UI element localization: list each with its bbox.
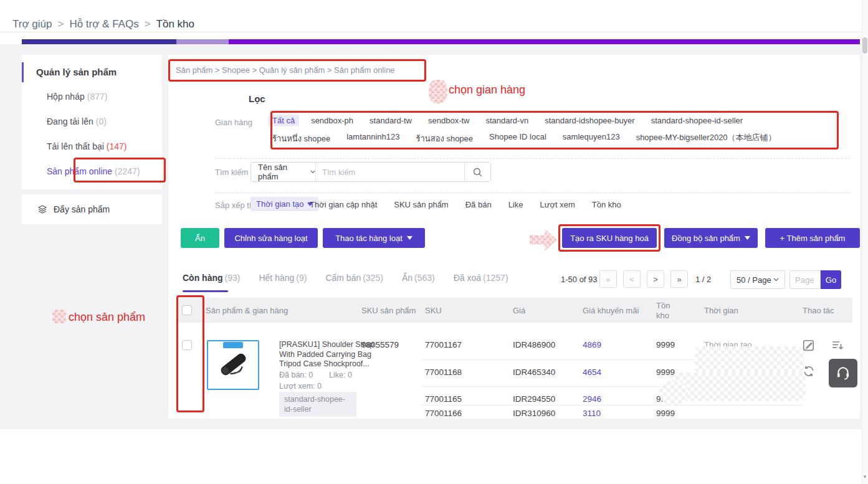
scrollbar-down-arrow[interactable]: ▾ (862, 473, 867, 480)
store-option[interactable]: ร้านหนึ่ง shopee (272, 132, 330, 145)
search-type-value: Tên sản phẩm (258, 163, 306, 181)
store-option[interactable]: samlequyen123 (563, 132, 620, 145)
sort-option[interactable]: Thời gian cập nhật (310, 200, 377, 209)
pagination-last-button[interactable]: » (670, 270, 688, 288)
add-product-button[interactable]: + Thêm sản phẩm (765, 228, 860, 248)
tab-count: (93) (225, 273, 241, 283)
sidebar-item-label: Tải lên thất bại (47, 141, 104, 151)
scrollbar-track[interactable] (862, 0, 868, 484)
row-checkbox[interactable] (182, 340, 192, 350)
variant-stock: 9999 (656, 340, 675, 349)
sidebar-item-drafts[interactable]: Hộp nháp(877) (47, 92, 107, 102)
sidebar-item-count: (0) (96, 116, 107, 126)
tab-count: (325) (363, 273, 383, 283)
store-option[interactable]: lamtanninh123 (346, 132, 399, 145)
product-image[interactable] (207, 340, 259, 390)
variant-price: IDR310960 (513, 409, 555, 418)
tab-con-hang[interactable]: Còn hàng(93) (183, 273, 240, 283)
store-option[interactable]: sendbox-tw (428, 116, 469, 125)
store-option[interactable]: standard-tw (370, 116, 412, 125)
sidebar-item-upload-failed[interactable]: Tải lên thất bại(147) (47, 141, 127, 151)
pagination-next-button[interactable]: > (647, 270, 664, 288)
product-views: Lượt xem: 0 (279, 382, 322, 391)
tab-count: (563) (414, 273, 435, 283)
variant-sku: 77001168 (425, 368, 462, 377)
sort-option[interactable]: SKU sản phẩm (394, 200, 448, 209)
store-option[interactable]: standard-vn (485, 116, 528, 125)
annotation-product-text: chọn sản phẩm (69, 311, 145, 324)
sidebar-active-indicator (22, 62, 24, 82)
support-widget-button[interactable] (829, 359, 857, 387)
bulk-edit-button[interactable]: Chỉnh sửa hàng loạt (224, 228, 318, 248)
variant-promo-price[interactable]: 4869 (583, 340, 601, 349)
breadcrumb-separator: > (145, 18, 151, 30)
product-like: Like: 0 (329, 371, 352, 379)
sidebar-item-count: (147) (107, 141, 127, 151)
sidebar-item-count: (877) (87, 92, 108, 102)
tab-het-hang[interactable]: Hết hàng(9) (259, 273, 307, 283)
variant-price: IDR294550 (513, 394, 555, 404)
search-type-select[interactable]: Tên sản phẩm (251, 163, 316, 181)
tab-label: Hết hàng (259, 273, 294, 283)
sidebar-item-uploading[interactable]: Đang tải lên(0) (47, 116, 107, 126)
pagination-prev-button[interactable]: < (623, 270, 641, 288)
page-size-select[interactable]: 50 / Page (730, 270, 785, 289)
breadcrumb-help[interactable]: Trợ giúp (12, 18, 52, 30)
store-filter-row2: ร้านหนึ่ง shopee lamtanninh123 ร้านสอง s… (272, 132, 776, 145)
list-download-icon[interactable] (831, 339, 844, 351)
store-option[interactable]: ร้านสอง shopee (416, 132, 474, 145)
variant-promo-price[interactable]: 4654 (583, 368, 601, 377)
store-option[interactable]: standard-idshopee-buyer (545, 116, 635, 125)
page-go-button[interactable]: Go (821, 270, 841, 289)
variant-promo-price[interactable]: 2946 (583, 394, 601, 404)
column-header-parent-sku: SKU sản phẩm (361, 306, 416, 315)
page-jump-input[interactable] (789, 270, 821, 289)
variant-promo-price[interactable]: 3110 (583, 409, 601, 418)
scrollbar-thumb[interactable] (862, 37, 867, 54)
store-option-all[interactable]: Tất cả (268, 115, 299, 126)
sort-option[interactable]: Đã bán (465, 200, 492, 209)
store-option[interactable]: shopee-MY-bigseller2020（本地店铺） (636, 132, 776, 145)
sidebar-title[interactable]: Quản lý sản phẩm (36, 67, 117, 77)
sort-option[interactable]: Tồn kho (592, 200, 621, 209)
divider (215, 192, 850, 193)
module-breadcrumb[interactable]: Sản phẩm > Shopee > Quản lý sản phẩm > S… (176, 65, 395, 75)
sync-products-button[interactable]: Đồng bộ sản phẩm (664, 228, 758, 248)
column-header-product: Sản phẩm & gian hàng (206, 306, 288, 315)
edit-icon[interactable] (803, 339, 815, 351)
chevron-down-icon (310, 170, 315, 174)
filter-title: Lọc (249, 93, 265, 104)
variant-divider (421, 405, 803, 406)
sidebar-item-label: Đẩy sản phẩm (54, 204, 110, 214)
search-button[interactable] (464, 163, 490, 181)
pagination-page-indicator: 1 / 2 (695, 275, 711, 284)
sort-option[interactable]: Lượt xem (540, 200, 575, 209)
sidebar-item-online-products[interactable]: Sản phẩm online(2247) (47, 166, 140, 176)
sidebar-item-push-products[interactable]: Đẩy sản phẩm (37, 204, 110, 214)
pagination-first-button[interactable]: « (599, 270, 617, 288)
tab-an[interactable]: Ẩn(563) (402, 273, 435, 283)
breadcrumb: Trợ giúp>Hỗ trợ & FAQs>Tồn kho (12, 18, 194, 31)
tab-cam-ban[interactable]: Cấm bán(325) (325, 273, 383, 283)
bulk-actions-button[interactable]: Thao tác hàng loạt (323, 228, 425, 248)
sidebar-item-count: (2247) (115, 166, 140, 176)
loading-bar-segment (229, 39, 860, 44)
sort-option[interactable]: Like (508, 200, 523, 209)
store-option[interactable]: Shopee ID local (489, 132, 546, 145)
breadcrumb-support-faqs[interactable]: Hỗ trợ & FAQs (69, 18, 138, 30)
sort-option-created-time[interactable]: Thời gian tạo (250, 197, 318, 211)
tab-da-xoa[interactable]: Đã xoá(1257) (454, 273, 508, 283)
product-title[interactable]: [PRASKU1] Shoulder Strap With Padded Car… (279, 340, 375, 369)
sync-icon[interactable] (803, 365, 815, 377)
tab-label: Đã xoá (454, 273, 481, 283)
hide-button[interactable]: Ẩn (181, 228, 219, 248)
store-option[interactable]: standard-shopee-id-seller (651, 116, 743, 125)
select-all-checkbox[interactable] (182, 305, 192, 315)
create-sku-button[interactable]: Tạo ra SKU hàng hoá (562, 228, 657, 248)
loading-bar-segment (176, 39, 229, 44)
sidebar-item-label: Đang tải lên (47, 116, 93, 126)
variant-sku: 77001165 (425, 394, 462, 404)
pagination-range: 1-50 of 93 (561, 275, 598, 284)
search-input[interactable] (316, 163, 464, 181)
store-option[interactable]: sendbox-ph (311, 116, 353, 125)
